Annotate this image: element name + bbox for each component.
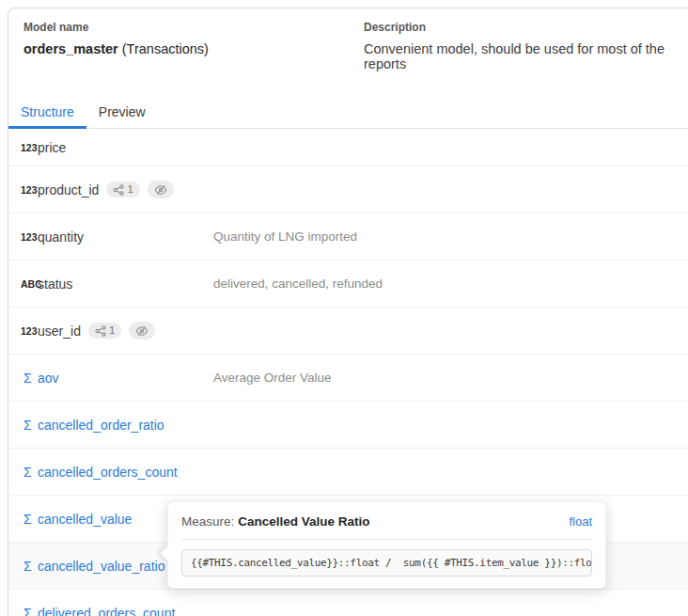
field-name: aov [38,371,59,386]
field-name: status [38,276,72,292]
model-name-label: Model name [23,21,364,34]
tab-bar: Structure Preview [8,101,688,129]
field-name: price [38,140,66,155]
field-row-cancelled_orders_count[interactable]: Σ cancelled_orders_count [8,449,688,496]
tab-preview[interactable]: Preview [86,101,158,128]
eye-slash-icon [135,324,149,338]
field-name: quantity [38,229,84,245]
field-type-icon: 123 [21,231,38,243]
field-type-icon: Σ [21,559,38,574]
measure-title: Cancelled Value Ratio [238,514,369,529]
field-type-icon: ABC [21,278,38,290]
field-type-icon: Σ [21,418,38,433]
field-row-status[interactable]: ABC status delivered, cancelled, refunde… [8,261,688,308]
field-type-icon: Σ [21,371,38,386]
relationship-count: 1 [127,184,133,196]
model-name-text: orders_master [23,41,118,56]
field-type-icon: Σ [21,606,38,616]
field-row-product_id[interactable]: 123 product_id 1 [8,166,688,213]
field-row-delivered_orders_count[interactable]: Σ delivered_orders_count [8,590,688,616]
relationship-count: 1 [109,325,115,337]
field-row-cancelled_order_ratio[interactable]: Σ cancelled_order_ratio [8,402,688,449]
field-row-price[interactable]: 123 price [8,129,688,166]
model-header: Model name orders_master (Transactions) … [8,8,688,71]
relationship-badge: 1 [106,182,139,197]
model-name-suffix: (Transactions) [118,41,209,56]
eye-slash-icon [154,183,167,197]
field-name: user_id [38,324,81,339]
measure-kind-label: Measure: [181,514,234,529]
model-name: orders_master (Transactions) [23,41,364,56]
field-name: cancelled_value_ratio [38,559,164,574]
field-type-icon: Σ [21,465,38,480]
popover-divider [181,539,592,540]
field-type-icon: Σ [21,512,38,527]
field-name: cancelled_orders_count [38,465,178,480]
field-type-icon: 123 [21,184,38,196]
share-icon [113,184,124,196]
field-name: delivered_orders_count [38,606,175,616]
field-name: cancelled_value [38,512,132,527]
relationship-badge: 1 [88,323,121,339]
description-label: Description [364,21,680,34]
field-description: Quantity of LNG imported [213,229,688,244]
model-description: Convenient model, should be used for mos… [364,41,680,71]
hidden-badge [148,181,174,198]
field-description: delivered, cancelled, refunded [213,276,688,291]
hidden-badge [129,322,155,340]
tab-structure[interactable]: Structure [8,101,86,129]
field-row-quantity[interactable]: 123 quantity Quantity of LNG imported [8,213,688,261]
measure-expression: {{#THIS.cancelled_value}}::float / sum({… [181,549,592,577]
field-description: Average Order Value [213,371,688,385]
measure-popover: Measure:Cancelled Value Ratio float {{#T… [167,501,606,589]
field-row-aov[interactable]: Σ aov Average Order Value [8,355,688,402]
field-name: cancelled_order_ratio [38,418,164,433]
share-icon [95,325,106,337]
measure-type-badge: float [569,514,592,529]
field-type-icon: 123 [21,325,38,337]
field-type-icon: 123 [21,142,38,153]
field-name: product_id [38,182,99,197]
field-row-user_id[interactable]: 123 user_id 1 [8,308,688,355]
